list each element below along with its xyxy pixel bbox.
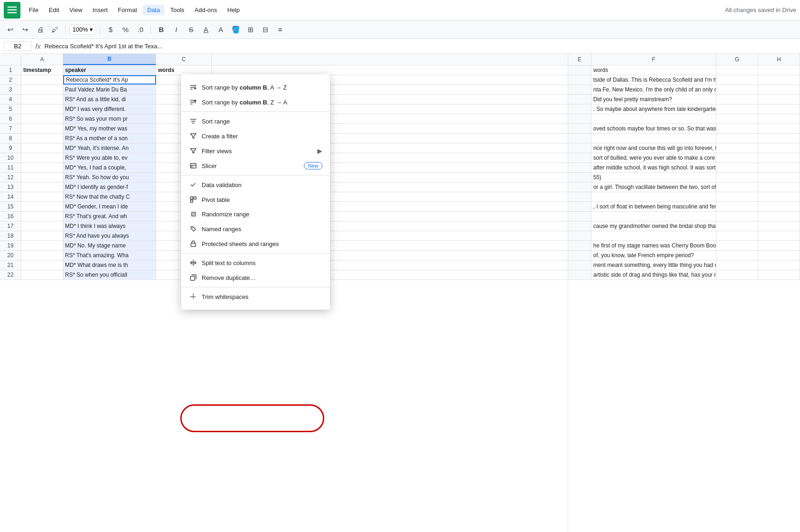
filter-views-item[interactable]: Filter views ▶ (181, 143, 330, 158)
cell-b11[interactable]: MD* Yes, I had a couple, (63, 163, 156, 172)
strikethrough-button[interactable]: S (184, 23, 197, 36)
row-num-4[interactable]: 4 (0, 95, 21, 104)
right-cell-h17[interactable] (758, 221, 800, 231)
cell-b10[interactable]: RS* Were you able to, ev (63, 153, 156, 162)
col-header-b[interactable]: B (63, 54, 156, 65)
bold-button[interactable]: B (155, 23, 168, 36)
cell-a3[interactable] (21, 85, 63, 94)
menu-file[interactable]: File (24, 5, 43, 15)
named-ranges-item[interactable]: Named ranges (181, 221, 330, 236)
right-cell-h14[interactable] (758, 192, 800, 201)
row-num-20[interactable]: 20 (0, 251, 21, 260)
right-cell-g19[interactable] (716, 241, 758, 250)
row-num-12[interactable]: 12 (0, 173, 21, 182)
row-num-3[interactable]: 3 (0, 85, 21, 94)
row-num-9[interactable]: 9 (0, 143, 21, 153)
cell-a17[interactable] (21, 221, 63, 231)
cell-a10[interactable] (21, 153, 63, 162)
cell-a22[interactable] (21, 270, 63, 279)
right-cell-g13[interactable] (716, 182, 758, 192)
cell-a8[interactable] (21, 134, 63, 143)
cell-b19[interactable]: MD* No. My stage name (63, 241, 156, 250)
right-cell-g7[interactable] (716, 124, 758, 133)
row-num-22[interactable]: 22 (0, 270, 21, 279)
percent-button[interactable]: % (119, 23, 132, 36)
align-button[interactable]: ≡ (274, 23, 287, 36)
menu-edit[interactable]: Edit (44, 5, 64, 15)
right-cell-g15[interactable] (716, 202, 758, 211)
right-cell-f18[interactable] (591, 231, 716, 240)
menu-view[interactable]: View (65, 5, 87, 15)
cell-a6[interactable] (21, 114, 63, 123)
right-cell-g9[interactable] (716, 143, 758, 153)
cell-b4[interactable]: RS* And as a little kid, di (63, 95, 156, 104)
row-num-7[interactable]: 7 (0, 124, 21, 133)
right-cell-f15[interactable]: , I sort of float in between being mascu… (591, 202, 716, 211)
text-color-button[interactable]: A (214, 23, 227, 36)
menu-data[interactable]: Data (143, 5, 164, 15)
cell-a4[interactable] (21, 95, 63, 104)
right-cell-g18[interactable] (716, 231, 758, 240)
pivot-table-item[interactable]: Pivot table (181, 192, 330, 207)
menu-insert[interactable]: Insert (88, 5, 112, 15)
remove-duplicates-item[interactable]: Remove duplicate… (181, 270, 330, 285)
right-cell-f5[interactable]: . So maybe about anywhere from late kind… (591, 104, 716, 114)
cell-a1[interactable]: timestamp (21, 65, 63, 75)
cell-b7[interactable]: MD* Yes, my mother was (63, 124, 156, 133)
right-cell-h4[interactable] (758, 95, 800, 104)
cell-a19[interactable] (21, 241, 63, 250)
right-cell-g1[interactable] (716, 65, 758, 75)
right-cell-f10[interactable]: sort of bullied, were you ever able to m… (591, 153, 716, 162)
right-cell-h7[interactable] (758, 124, 800, 133)
right-cell-f3[interactable]: nta Fe, New Mexico. I'm the only child o… (591, 85, 716, 94)
zoom-selector[interactable]: 100% ▾ (69, 25, 96, 34)
right-cell-g21[interactable] (716, 260, 758, 270)
fill-color-button[interactable]: 🪣 (229, 23, 242, 36)
right-cell-f17[interactable]: cause my grandmother owned the bridal sh… (591, 221, 716, 231)
row-num-8[interactable]: 8 (0, 134, 21, 143)
redo-button[interactable]: ↪ (19, 23, 32, 36)
row-num-14[interactable]: 14 (0, 192, 21, 201)
merge-button[interactable]: ⊟ (259, 23, 272, 36)
sort-col-b-za-item[interactable]: Sort range by column B, Z → A (181, 95, 330, 110)
cell-a5[interactable] (21, 104, 63, 114)
cell-a12[interactable] (21, 173, 63, 182)
right-cell-h6[interactable] (758, 114, 800, 123)
cell-b13[interactable]: MD* I identify as gender-f (63, 182, 156, 192)
cell-b3[interactable]: Paul Valdez Marie Du Ba (63, 85, 156, 94)
right-cell-h3[interactable] (758, 85, 800, 94)
menu-tools[interactable]: Tools (165, 5, 189, 15)
cell-reference[interactable] (4, 41, 32, 51)
cell-a21[interactable] (21, 260, 63, 270)
cell-b6[interactable]: RS* So was your mom pr (63, 114, 156, 123)
cell-a18[interactable] (21, 231, 63, 240)
cell-a15[interactable] (21, 202, 63, 211)
cell-b22[interactable]: RS* So when you officiall (63, 270, 156, 279)
row-num-13[interactable]: 13 (0, 182, 21, 192)
right-cell-h8[interactable] (758, 134, 800, 143)
right-cell-f8[interactable] (591, 134, 716, 143)
right-cell-h12[interactable] (758, 173, 800, 182)
right-cell-g2[interactable] (716, 75, 758, 84)
underline-button[interactable]: A (199, 23, 212, 36)
right-cell-g4[interactable] (716, 95, 758, 104)
col-header-f[interactable]: F (591, 54, 716, 65)
right-cell-h19[interactable] (758, 241, 800, 250)
right-cell-f9[interactable]: nce right now and course this will go in… (591, 143, 716, 153)
decimal-button[interactable]: .0 (134, 23, 147, 36)
menu-format[interactable]: Format (113, 5, 142, 15)
right-cell-h1[interactable] (758, 65, 800, 75)
right-cell-g11[interactable] (716, 163, 758, 172)
protected-sheets-item[interactable]: Protected sheets and ranges (181, 236, 330, 251)
right-cell-f11[interactable]: after middle school, it was high school.… (591, 163, 716, 172)
right-cell-h20[interactable] (758, 251, 800, 260)
italic-button[interactable]: I (170, 23, 183, 36)
right-cell-g22[interactable] (716, 270, 758, 279)
cell-a9[interactable] (21, 143, 63, 153)
right-cell-h22[interactable] (758, 270, 800, 279)
cell-b8[interactable]: RS* As a mother of a son (63, 134, 156, 143)
cell-b1[interactable]: speaker (63, 65, 156, 75)
row-num-1[interactable]: 1 (0, 65, 21, 75)
cell-a11[interactable] (21, 163, 63, 172)
right-cell-f12[interactable]: 55) (591, 173, 716, 182)
